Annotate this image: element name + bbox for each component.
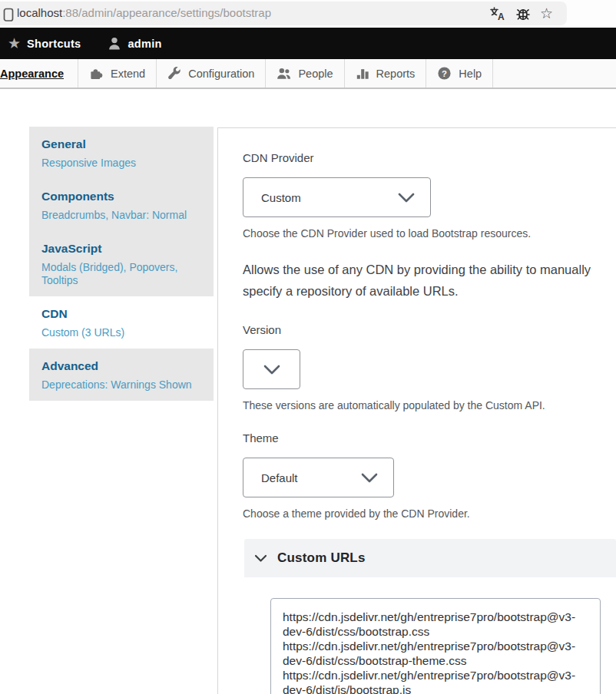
menu-label: People [298, 68, 333, 80]
vtab-general[interactable]: General Responsive Images [29, 127, 214, 179]
puzzle-icon [89, 67, 104, 81]
cdn-provider-value: Custom [261, 191, 301, 204]
version-label: Version [243, 323, 616, 336]
vtab-summary: Responsive Images [41, 157, 201, 170]
menu-label: Help [459, 68, 482, 80]
version-select[interactable] [243, 349, 300, 389]
vtab-title: CDN [41, 306, 201, 321]
custom-urls-title: Custom URLs [277, 550, 366, 566]
shortcuts-star-icon: ★ [8, 36, 21, 51]
url-bar[interactable]: localhost:88/admin/appearance/settings/b… [0, 2, 567, 25]
vtab-advanced[interactable]: Advanced Deprecations: Warnings Shown [29, 349, 214, 401]
vtab-title: General [41, 137, 201, 151]
vtab-javascript[interactable]: JavaScript Modals (Bridged), Popovers, T… [29, 231, 214, 296]
vtab-summary: Custom (3 URLs) [41, 326, 201, 339]
svg-text:A: A [498, 12, 505, 21]
chevron-down-icon [398, 193, 415, 203]
theme-select[interactable]: Default [243, 458, 394, 497]
menu-item-appearance[interactable]: Appearance [0, 59, 78, 88]
custom-urls-details: Custom URLs https://cdn.jsdelivr.net/gh/… [244, 539, 616, 694]
settings-vertical-tabs: General Responsive Images Components Bre… [29, 127, 214, 401]
custom-urls-summary[interactable]: Custom URLs [244, 539, 616, 577]
vtab-title: Advanced [41, 359, 201, 373]
people-icon [277, 67, 291, 81]
bar-chart-icon [356, 67, 369, 81]
menu-bar-spacer [493, 59, 616, 88]
cdn-provider-label: CDN Provider [243, 151, 616, 164]
menu-item-extend[interactable]: Extend [78, 59, 157, 88]
bookmark-star-icon[interactable]: ☆ [540, 6, 553, 21]
shortcuts-button[interactable]: Shortcuts [27, 38, 81, 50]
menu-label: Extend [111, 68, 145, 80]
help-icon: ? [437, 66, 452, 81]
translate-icon[interactable]: A [489, 6, 506, 21]
vtab-title: Components [41, 189, 201, 203]
vtab-components[interactable]: Components Breadcrumbs, Navbar: Normal [29, 179, 214, 231]
url-path: :88/admin/appearance/settings/bootstrap [62, 6, 271, 19]
admin-menu-bar: Appearance Extend Configuration People [0, 59, 616, 89]
menu-item-people[interactable]: People [266, 59, 344, 88]
cdn-intro-text: Allows the use of any CDN by providing t… [243, 259, 613, 302]
admin-toolbar: ★ Shortcuts admin [0, 28, 616, 59]
adblock-bug-icon[interactable] [515, 6, 531, 21]
svg-text:?: ? [442, 69, 447, 78]
theme-label: Theme [243, 431, 616, 444]
version-description: These versions are automatically populat… [243, 399, 616, 411]
menu-item-configuration[interactable]: Configuration [157, 59, 266, 88]
custom-urls-textarea[interactable]: https://cdn.jsdelivr.net/gh/entreprise7p… [270, 598, 601, 694]
browser-bar: localhost:88/admin/appearance/settings/b… [0, 0, 616, 28]
cdn-settings-pane: CDN Provider Custom Choose the CDN Provi… [217, 127, 616, 694]
menu-item-reports[interactable]: Reports [345, 59, 427, 88]
chevron-down-icon [361, 473, 378, 483]
vtab-summary: Modals (Bridged), Popovers, Tooltips [41, 261, 201, 287]
menu-label: Reports [376, 68, 416, 80]
wrench-icon [167, 67, 181, 81]
menu-item-help[interactable]: ? Help [426, 59, 493, 88]
menu-label: Appearance [0, 68, 64, 80]
user-icon [107, 36, 122, 51]
theme-value: Default [261, 471, 298, 484]
vtab-summary: Breadcrumbs, Navbar: Normal [41, 209, 201, 222]
url-text: localhost:88/admin/appearance/settings/b… [17, 6, 271, 19]
page-info-icon[interactable] [2, 8, 15, 22]
chevron-down-icon [254, 554, 267, 563]
theme-description: Choose a theme provided by the CDN Provi… [243, 507, 616, 520]
cdn-provider-select[interactable]: Custom [243, 177, 431, 217]
cdn-provider-description: Choose the CDN Provider used to load Boo… [243, 227, 616, 240]
vtab-summary: Deprecations: Warnings Shown [41, 378, 201, 392]
menu-label: Configuration [188, 68, 254, 80]
url-host: localhost [17, 6, 62, 19]
vtab-cdn[interactable]: CDN Custom (3 URLs) [29, 296, 214, 349]
user-menu-button[interactable]: admin [128, 38, 161, 50]
chevron-down-icon [263, 365, 280, 375]
custom-urls-body: https://cdn.jsdelivr.net/gh/entreprise7p… [244, 577, 616, 694]
vtab-title: JavaScript [41, 241, 201, 256]
